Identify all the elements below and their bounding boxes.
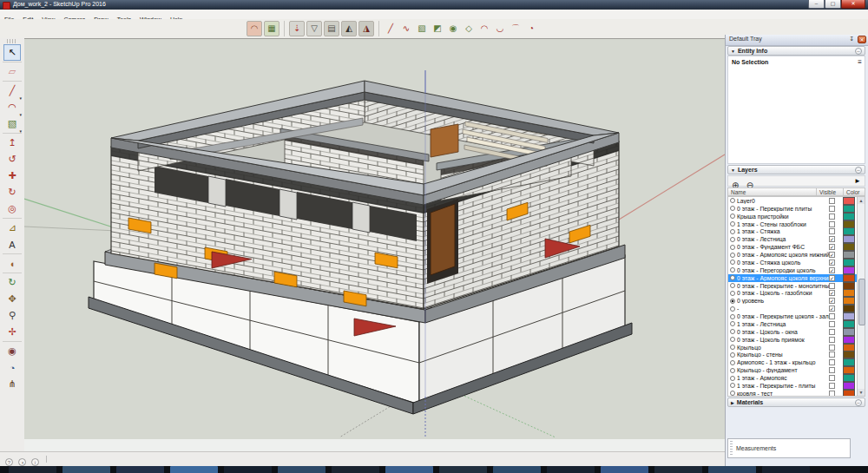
layer-visible-checkbox[interactable] — [829, 391, 835, 397]
taskbar-item[interactable] — [332, 466, 379, 473]
layer-color-chip[interactable] — [843, 213, 855, 220]
layer-visible-checkbox[interactable]: ✓ — [829, 305, 835, 312]
circle-icon[interactable]: ◉ — [446, 22, 460, 36]
layer-visible-checkbox[interactable] — [829, 313, 835, 319]
layer-row[interactable]: Крыша пристройки — [728, 213, 857, 220]
offset-tool[interactable]: ◎ — [3, 200, 21, 217]
layer-color-chip[interactable] — [843, 344, 855, 351]
layer-row[interactable]: 0 этаж - Перекрытие цоколя - залив — [728, 312, 857, 320]
layer-current-radio[interactable] — [730, 360, 735, 365]
layer-visible-checkbox[interactable]: ✓ — [829, 290, 835, 296]
taskbar-item[interactable] — [278, 466, 326, 473]
add-detail-icon[interactable]: ◭ — [341, 21, 357, 36]
layer-visible-checkbox[interactable] — [829, 337, 835, 343]
entity-info-header[interactable]: ▼Entity Info – — [727, 46, 865, 56]
maximize-button[interactable]: ▢ — [825, 0, 841, 9]
layer-current-radio[interactable] — [730, 321, 735, 326]
layer-current-radio[interactable] — [730, 221, 735, 227]
layer-color-chip[interactable] — [843, 328, 855, 336]
from-scratch-icon[interactable]: ▦ — [264, 21, 279, 36]
layer-current-radio[interactable] — [730, 345, 735, 350]
flip-edge-icon[interactable]: ◮ — [358, 21, 374, 36]
layer-color-chip[interactable] — [843, 274, 855, 282]
pan-tool[interactable]: ✥ — [3, 291, 21, 307]
layer-row[interactable]: 1 этаж - Лестница — [728, 320, 857, 328]
taskbar-item[interactable] — [654, 466, 702, 473]
layer-color-chip[interactable] — [843, 243, 855, 251]
text-tool[interactable]: A — [3, 236, 21, 253]
orbit-tool[interactable]: ↻ — [3, 274, 21, 291]
layer-color-chip[interactable] — [843, 358, 855, 366]
close-button[interactable]: ✕ — [841, 0, 865, 9]
layer-color-chip[interactable] — [843, 266, 855, 274]
layer-visible-checkbox[interactable]: ✓ — [829, 252, 835, 258]
dropdown-arrow-icon[interactable]: ▾ — [19, 128, 22, 134]
layer-color-chip[interactable] — [843, 390, 855, 397]
layer-current-radio[interactable] — [730, 314, 735, 319]
layer-visible-checkbox[interactable]: ✓ — [829, 259, 835, 266]
layer-visible-checkbox[interactable]: ✓ — [829, 236, 835, 242]
arc-tool[interactable]: ◠▾ — [3, 99, 21, 115]
two-point-arc-icon[interactable]: ◡ — [493, 22, 507, 36]
layer-current-radio[interactable] — [730, 267, 735, 273]
layer-current-radio[interactable] — [730, 291, 735, 296]
scrollbar-thumb[interactable] — [858, 279, 865, 325]
layer-color-chip[interactable] — [843, 282, 855, 290]
layer-row[interactable]: 0 этаж - Армопояс цоколя верхний✓ — [728, 274, 857, 282]
zoom-extents-tool[interactable]: ✢ — [3, 324, 21, 340]
layer-current-radio[interactable] — [730, 368, 735, 373]
tray-close-icon[interactable]: ✕ — [858, 36, 866, 43]
layer-visible-checkbox[interactable] — [829, 359, 835, 365]
layer-visible-checkbox[interactable] — [829, 228, 835, 234]
layer-row[interactable]: 0 этаж - Фундамент ФБС✓ — [728, 243, 857, 251]
layer-current-radio[interactable] — [730, 198, 735, 203]
layer-color-chip[interactable] — [843, 382, 855, 390]
layer-color-chip[interactable] — [843, 197, 855, 205]
arc-icon[interactable]: ◠ — [477, 22, 491, 36]
layer-visible-checkbox[interactable]: ✓ — [829, 267, 835, 273]
layer-color-chip[interactable] — [843, 227, 855, 235]
rotated-rectangle-icon[interactable]: ◩ — [431, 22, 444, 36]
credits-status-icon[interactable]: i — [31, 458, 39, 466]
line-tool[interactable]: ╱▾ — [3, 82, 21, 99]
layer-current-radio[interactable] — [730, 376, 735, 381]
layer-row[interactable]: 0 уровень✓ — [728, 297, 857, 305]
smoove-icon[interactable]: ⇣ — [289, 21, 305, 36]
column-name[interactable]: Name — [728, 188, 817, 195]
layers-minimize-button[interactable]: – — [855, 167, 862, 174]
stamp-icon[interactable]: ▽ — [306, 21, 322, 36]
scroll-up-icon[interactable]: ▲ — [858, 197, 865, 204]
taskbar-item[interactable] — [762, 466, 810, 473]
layer-visible-checkbox[interactable]: ✓ — [829, 298, 835, 304]
layer-row[interactable]: Армопояс - 1 этаж - крыльцо — [728, 358, 857, 366]
layer-color-chip[interactable] — [843, 205, 855, 213]
layer-row[interactable]: 0 этаж - Цоколь - газоблоки✓ — [728, 290, 857, 298]
select-tool[interactable]: ↖ — [3, 44, 21, 61]
layer-visible-checkbox[interactable] — [829, 283, 835, 289]
geolocation-status-icon[interactable]: ◑ — [18, 458, 26, 466]
taskbar-item[interactable] — [385, 466, 433, 473]
layer-row[interactable]: 0 этаж - Стяжка цоколь✓ — [728, 259, 857, 266]
layer-current-radio[interactable] — [730, 306, 735, 312]
layer-row[interactable]: Крыльцо - фундамент — [728, 366, 857, 374]
line-icon[interactable]: ╱ — [384, 22, 398, 36]
look-around-tool[interactable]: ◔ — [3, 359, 21, 376]
layer-color-chip[interactable] — [843, 289, 855, 297]
taskbar-item[interactable] — [708, 466, 756, 473]
taskbar-item[interactable] — [439, 466, 487, 473]
layer-row[interactable]: 1 этаж - Стены газоблоки — [728, 220, 857, 228]
layer-color-chip[interactable] — [843, 251, 855, 259]
tips-status-icon[interactable]: ? — [5, 458, 13, 466]
taskbar-item[interactable] — [493, 466, 541, 473]
layer-visible-checkbox[interactable] — [829, 351, 835, 358]
materials-header[interactable]: ▶Materials – — [727, 397, 865, 407]
layer-color-chip[interactable] — [843, 220, 855, 228]
layer-row[interactable]: Крыльцо - стены — [728, 351, 857, 359]
layer-current-radio[interactable] — [730, 283, 735, 288]
layer-visible-checkbox[interactable] — [829, 221, 835, 227]
measurements-box[interactable]: Measurements — [727, 438, 851, 458]
rectangle-tool[interactable]: ▧▾ — [3, 115, 21, 132]
layer-current-radio[interactable] — [730, 206, 735, 211]
layer-current-radio[interactable] — [730, 352, 735, 358]
layer-current-radio[interactable] — [730, 245, 735, 250]
